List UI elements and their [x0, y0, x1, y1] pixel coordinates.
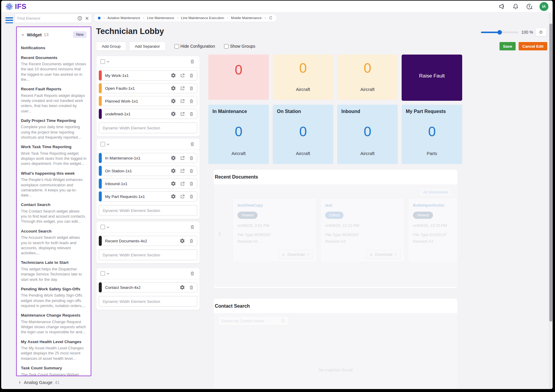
delete-group-icon[interactable]	[189, 270, 195, 277]
settings-icon[interactable]	[170, 155, 177, 161]
widget-section-header[interactable]: Widget 13 New	[21, 30, 87, 41]
announcements-icon[interactable]	[498, 3, 505, 10]
config-item-contact-search[interactable]: Contact Search-4x2	[99, 282, 197, 292]
breadcrumb-item[interactable]: Mobile Maintenance	[231, 16, 262, 20]
widget-list-item-account-search[interactable]: Account Search The Account Search widget…	[21, 229, 87, 256]
config-item-in-maintenance[interactable]: In Maintenance-1x1	[99, 153, 197, 163]
hide-configuration-toggle[interactable]: Hide Configuration	[175, 44, 215, 49]
delete-group-icon[interactable]	[189, 58, 195, 65]
document-link[interactable]: test	[325, 203, 400, 207]
config-item-my-part-requests[interactable]: My Part Requests-1x1	[99, 191, 197, 202]
config-item-undefined[interactable]: undefined-1x1	[99, 109, 197, 119]
settings-icon[interactable]	[170, 98, 177, 104]
settings-icon[interactable]	[179, 238, 186, 244]
open-element-icon[interactable]	[179, 85, 186, 92]
dynamic-width-drop-zone[interactable]: Dynamic Width Element Section	[99, 123, 197, 133]
stat-card-inbound[interactable]: Inbound 0 Aircraft	[337, 105, 398, 164]
config-item-my-work[interactable]: My Work-1x1	[99, 70, 197, 80]
delete-group-icon[interactable]	[189, 141, 195, 148]
scrollbar-thumb[interactable]	[549, 24, 552, 322]
open-element-icon[interactable]	[179, 111, 186, 117]
config-item-open-faults[interactable]: Open Faults-1x1	[99, 83, 197, 93]
delete-icon[interactable]	[188, 155, 195, 161]
show-groups-toggle[interactable]: Show Groups	[224, 44, 255, 49]
widget-list-item-notifications[interactable]: Notifications	[21, 45, 87, 51]
open-element-icon[interactable]	[179, 180, 186, 187]
open-element-icon[interactable]	[179, 168, 186, 174]
open-element-icon[interactable]	[179, 155, 186, 161]
config-item-on-station[interactable]: On Station-1x1	[99, 166, 197, 176]
dynamic-width-drop-zone[interactable]: Dynamic Width Element Section	[99, 250, 197, 260]
search-help-icon[interactable]: ?	[77, 16, 82, 21]
config-item-recent-documents[interactable]: Recent Documents-4x2	[99, 236, 197, 246]
all-documents-button[interactable]: All Documents	[419, 188, 452, 196]
contact-search-input[interactable]	[221, 319, 279, 323]
settings-icon[interactable]	[170, 85, 177, 92]
dynamic-width-drop-zone[interactable]: Dynamic Width Element Section	[99, 296, 197, 307]
vertical-scrollbar[interactable]	[549, 13, 553, 389]
widget-list-item-recent-documents[interactable]: Recent Documents The Recent Documents wi…	[21, 55, 87, 82]
widget-list-item-asset-health[interactable]: My Asset Health Level Changes The My Ass…	[21, 339, 87, 361]
stat-card-aircraft-2[interactable]: 0 Aircraft	[337, 55, 398, 100]
search-icon[interactable]	[281, 319, 286, 323]
stat-card-my-part-requests[interactable]: My Part Requests 0 Parts	[402, 105, 462, 164]
widget-list-item-work-task-time[interactable]: Work Task Time Reporting Work Task Time …	[21, 144, 87, 166]
delete-icon[interactable]	[188, 193, 195, 200]
widget-list-item-task-count-summary[interactable]: Task Count Summary The Task Count Summar…	[21, 365, 87, 376]
breadcrumb-item[interactable]: Line Maintenance	[147, 16, 174, 20]
delete-icon[interactable]	[188, 284, 195, 291]
widget-list-item-maintenance-change[interactable]: Maintenance Change Requests The Maintena…	[21, 313, 87, 334]
widget-list-item-recent-fault-reports[interactable]: Recent Fault Reports Recent Fault Report…	[21, 86, 87, 114]
document-card[interactable]: test Edited on9/8/25, 12:21 PM File Type…	[320, 198, 405, 262]
delete-icon[interactable]	[188, 98, 195, 104]
open-element-icon[interactable]	[179, 72, 186, 79]
add-group-button[interactable]: Add Group	[96, 42, 126, 51]
dynamic-width-drop-zone[interactable]: Dynamic Width Element Section	[99, 205, 197, 216]
settings-icon[interactable]	[170, 168, 177, 174]
save-button[interactable]: Save	[500, 42, 516, 50]
carousel-prev-icon[interactable]	[217, 230, 223, 238]
stat-card-faults[interactable]: 0	[208, 55, 269, 100]
download-button[interactable]: Download	[366, 250, 401, 259]
document-link[interactable]: BulkImportActivi	[413, 203, 457, 207]
download-button[interactable]: Download	[278, 250, 313, 259]
group-select-checkbox[interactable]	[101, 271, 105, 276]
cancel-edit-button[interactable]: Cancel Edit	[519, 42, 547, 50]
settings-icon[interactable]	[170, 180, 177, 187]
document-link[interactable]: testViewCopy	[238, 203, 312, 207]
widget-list-item-daily-project-time[interactable]: Daily Project Time Reporting Complete yo…	[21, 118, 87, 140]
zoom-slider[interactable]	[481, 32, 518, 33]
breadcrumb-item[interactable]: Line Maintenance Execution	[181, 16, 224, 20]
stat-card-aircraft-1[interactable]: 0 Aircraft	[273, 55, 333, 100]
reset-layout-button[interactable]	[535, 28, 547, 36]
ifs-logo[interactable]: IFS	[5, 2, 27, 11]
menu-hamburger-icon[interactable]	[5, 17, 13, 23]
open-element-icon[interactable]	[179, 193, 186, 200]
notifications-icon[interactable]	[512, 3, 519, 10]
chevron-down-icon[interactable]	[106, 60, 110, 63]
chevron-down-icon[interactable]	[106, 272, 110, 275]
delete-icon[interactable]	[188, 111, 195, 117]
chevron-down-icon[interactable]	[106, 142, 110, 146]
settings-icon[interactable]	[170, 193, 177, 200]
refresh-icon[interactable]	[269, 16, 273, 20]
config-item-inbound[interactable]: Inbound-1x1	[99, 179, 197, 189]
delete-icon[interactable]	[188, 180, 195, 187]
settings-icon[interactable]	[179, 284, 186, 291]
group-select-checkbox[interactable]	[101, 225, 105, 229]
add-separator-button[interactable]: Add Separator	[129, 42, 166, 51]
group-select-checkbox[interactable]	[101, 142, 105, 146]
document-card[interactable]: BulkImportActivi Viewed on9/8/25, 12:20 …	[408, 198, 457, 262]
widget-list-item-pending-signoffs[interactable]: Pending Work Safety Sign-Offs The Pendin…	[21, 286, 87, 308]
widget-list-item-whats-happening[interactable]: What's happening this week The People's …	[21, 171, 87, 198]
open-element-icon[interactable]	[179, 98, 186, 104]
stat-card-on-station[interactable]: On Station 0 Aircraft	[273, 105, 333, 164]
delete-icon[interactable]	[188, 72, 195, 79]
hide-configuration-checkbox[interactable]	[175, 44, 179, 49]
raise-fault-button[interactable]: Raise Fault	[402, 55, 462, 101]
delete-group-icon[interactable]	[189, 224, 195, 230]
group-select-checkbox[interactable]	[101, 59, 105, 64]
user-avatar[interactable]: IA	[539, 2, 548, 11]
chevron-down-icon[interactable]	[106, 225, 110, 229]
settings-icon[interactable]	[170, 72, 177, 79]
